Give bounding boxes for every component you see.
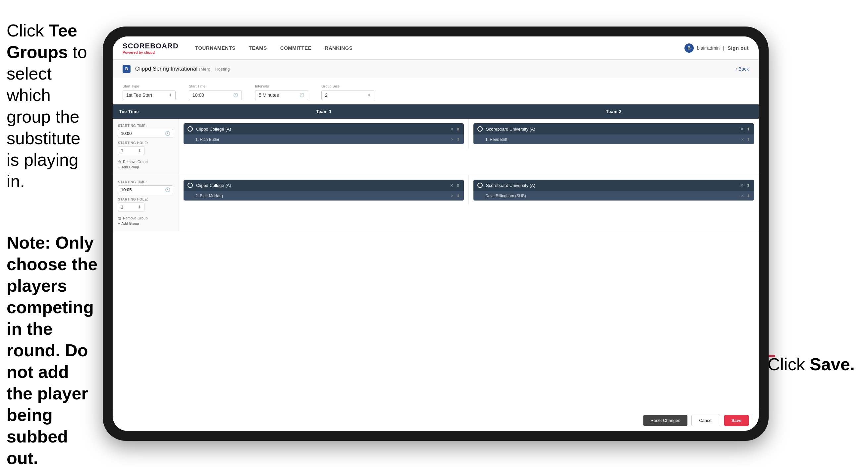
team2-dot-2 — [477, 183, 483, 188]
start-time-input[interactable]: 10:00 🕙 — [189, 90, 242, 100]
tablet-screen: SCOREBOARD Powered by clippd TOURNAMENTS… — [113, 36, 759, 431]
row1-time-input[interactable]: 10:00 🕙 — [118, 129, 173, 138]
row2-team1: Clippd College (A) ✕ ⬍ 2. Blair McHarg ✕ — [179, 175, 469, 205]
team2-x-icon-2[interactable]: ✕ — [740, 183, 744, 188]
intervals-clock-icon: 🕙 — [300, 93, 305, 97]
col-tee-time: Tee Time — [113, 105, 179, 119]
team2-x-icon-1[interactable]: ✕ — [740, 126, 744, 132]
reset-changes-button[interactable]: Reset Changes — [643, 415, 688, 426]
cancel-button[interactable]: Cancel — [691, 415, 720, 426]
hole-spin-icon-1: ⬍ — [138, 148, 142, 153]
team2-dot-1 — [477, 126, 483, 132]
nav-tournaments[interactable]: TOURNAMENTS — [195, 43, 236, 52]
back-button[interactable]: ‹ Back — [736, 66, 749, 71]
player1-spin-icon-1[interactable]: ⬍ — [457, 137, 460, 142]
start-type-spin-icon: ⬍ — [168, 93, 172, 97]
player1-name-2: 2. Blair McHarg — [195, 194, 448, 198]
team2-actions-2: ✕ ⬍ — [740, 183, 750, 188]
player1-actions-1: ✕ ⬍ — [451, 137, 460, 142]
row1-team1: Clippd College (A) ✕ ⬍ 1. Rich Butler ✕ — [179, 119, 469, 149]
team2-name-1: Scoreboard University (A) — [486, 126, 737, 132]
player1-x-icon-2[interactable]: ✕ — [451, 194, 454, 198]
intervals-label: Intervals — [255, 84, 308, 88]
remove-icon-1: 🗑 — [118, 160, 122, 164]
team1-dot-2 — [187, 183, 193, 188]
nav-items: TOURNAMENTS TEAMS COMMITTEE RANKINGS — [195, 43, 684, 52]
team1-entry-1[interactable]: Clippd College (A) ✕ ⬍ 1. Rich Butler ✕ — [184, 123, 464, 144]
start-type-input[interactable]: 1st Tee Start ⬍ — [123, 90, 176, 100]
player1-name-1: 1. Rich Butler — [195, 137, 448, 142]
nav-teams[interactable]: TEAMS — [249, 43, 267, 52]
player1-entry-1[interactable]: 1. Rich Butler ✕ ⬍ — [184, 135, 464, 144]
note-prefix: Note: — [7, 233, 55, 252]
nav-user: blair admin — [697, 46, 720, 51]
bottom-bar: Reset Changes Cancel Save — [113, 410, 759, 431]
start-type-label: Start Type — [123, 84, 176, 88]
instruction-left: Click Tee Groups to select which group t… — [0, 20, 103, 192]
intervals-group: Intervals 5 Minutes 🕙 — [255, 84, 308, 100]
logo-scoreboard: SCOREBOARD — [123, 42, 179, 50]
team1-dot-1 — [187, 126, 193, 132]
nav-committee[interactable]: COMMITTEE — [280, 43, 312, 52]
team1-x-icon-1[interactable]: ✕ — [450, 126, 454, 132]
player2-spin-icon-2[interactable]: ⬍ — [747, 194, 750, 198]
group-size-group: Group Size 2 ⬍ — [321, 84, 374, 100]
team2-expand-icon-1[interactable]: ⬍ — [746, 126, 750, 132]
add-icon-2: + — [118, 222, 120, 225]
team1-name-1: Clippd College (A) — [196, 126, 446, 132]
remove-group-btn-1[interactable]: 🗑 Remove Group — [118, 160, 173, 164]
tee-row: STARTING TIME: 10:00 🕙 STARTING HOLE: 1 … — [113, 119, 759, 175]
starting-hole-label-1: STARTING HOLE: — [118, 141, 173, 145]
remove-icon-2: 🗑 — [118, 216, 122, 220]
team2-actions-1: ✕ ⬍ — [740, 126, 750, 132]
add-group-btn-2[interactable]: + Add Group — [118, 222, 173, 225]
row2-hole-input[interactable]: 1 ⬍ — [118, 203, 145, 211]
signout-link[interactable]: Sign out — [727, 43, 749, 52]
start-time-label: Start Time — [189, 84, 242, 88]
sub-header-logo: B — [123, 65, 130, 73]
nav-separator: | — [723, 46, 724, 51]
click-save-bold: Save. — [810, 355, 855, 374]
main-content: Start Type 1st Tee Start ⬍ Start Time 10… — [113, 78, 759, 431]
group-size-input[interactable]: 2 ⬍ — [321, 90, 374, 100]
team1-actions-2: ✕ ⬍ — [450, 183, 460, 188]
player2-entry-2[interactable]: Dave Billingham (SUB) ✕ ⬍ — [473, 191, 754, 201]
nav-avatar: B — [684, 43, 694, 53]
player2-entry-1[interactable]: 1. Rees Britt ✕ ⬍ — [473, 135, 754, 144]
player2-name-2: Dave Billingham (SUB) — [485, 194, 738, 198]
team1-expand-icon-1[interactable]: ⬍ — [456, 126, 460, 132]
team1-expand-icon-2[interactable]: ⬍ — [456, 183, 460, 188]
group-size-label: Group Size — [321, 84, 374, 88]
team2-expand-icon-2[interactable]: ⬍ — [746, 183, 750, 188]
player2-name-1: 1. Rees Britt — [485, 137, 738, 142]
instruction-text-suffix: to select which group the substitute is … — [7, 42, 87, 191]
hosting-badge: Hosting — [215, 67, 229, 71]
settings-row: Start Type 1st Tee Start ⬍ Start Time 10… — [113, 78, 759, 105]
player2-spin-icon-1[interactable]: ⬍ — [747, 137, 750, 142]
intervals-input[interactable]: 5 Minutes 🕙 — [255, 90, 308, 100]
save-button[interactable]: Save — [724, 415, 749, 426]
team2-entry-1[interactable]: Scoreboard University (A) ✕ ⬍ 1. Rees Br… — [473, 123, 754, 144]
player2-x-icon-2[interactable]: ✕ — [741, 194, 744, 198]
col-team1: Team 1 — [179, 105, 469, 119]
player2-actions-1: ✕ ⬍ — [741, 137, 750, 142]
nav-right: B blair admin | Sign out — [684, 43, 749, 53]
row1-team2: Scoreboard University (A) ✕ ⬍ 1. Rees Br… — [469, 119, 759, 149]
row1-hole-input[interactable]: 1 ⬍ — [118, 146, 145, 155]
nav-rankings[interactable]: RANKINGS — [325, 43, 352, 52]
team2-entry-2[interactable]: Scoreboard University (A) ✕ ⬍ Dave Billi… — [473, 180, 754, 201]
row2-controls: STARTING TIME: 10:05 🕙 STARTING HOLE: 1 … — [113, 175, 179, 231]
player1-actions-2: ✕ ⬍ — [451, 194, 460, 198]
remove-group-btn-2[interactable]: 🗑 Remove Group — [118, 216, 173, 220]
team1-x-icon-2[interactable]: ✕ — [450, 183, 454, 188]
team1-entry-2[interactable]: Clippd College (A) ✕ ⬍ 2. Blair McHarg ✕ — [184, 180, 464, 201]
add-group-btn-1[interactable]: + Add Group — [118, 165, 173, 169]
top-nav: SCOREBOARD Powered by clippd TOURNAMENTS… — [113, 36, 759, 60]
player1-x-icon-1[interactable]: ✕ — [451, 137, 454, 142]
instruction-text-prefix: Click — [7, 21, 49, 40]
player1-spin-icon-2[interactable]: ⬍ — [457, 194, 460, 198]
tee-row-2: STARTING TIME: 10:05 🕙 STARTING HOLE: 1 … — [113, 175, 759, 231]
player1-entry-2[interactable]: 2. Blair McHarg ✕ ⬍ — [184, 191, 464, 201]
player2-x-icon-1[interactable]: ✕ — [741, 137, 744, 142]
row2-time-input[interactable]: 10:05 🕙 — [118, 185, 173, 194]
